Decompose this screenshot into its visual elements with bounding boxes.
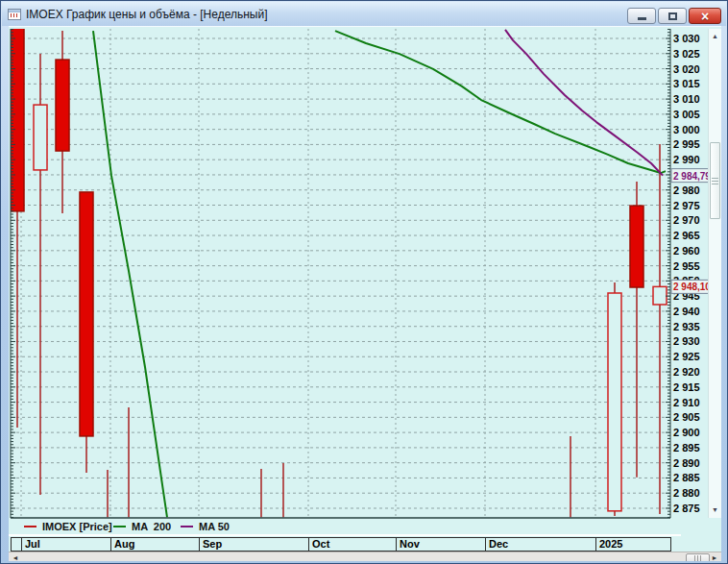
svg-text:2 935: 2 935: [673, 321, 700, 332]
legend-label: MA 200: [132, 521, 171, 532]
window-buttons: ×: [625, 8, 721, 24]
ma200-dash-icon: [113, 526, 126, 527]
month-cell: Oct: [308, 537, 397, 552]
minimize-icon: [638, 17, 646, 20]
legend-item: MA 50: [181, 519, 230, 534]
window-title: IMOEX График цены и объёма - [Недельный]: [26, 8, 268, 21]
thumb-grip-icon: [712, 177, 718, 184]
svg-text:2 900: 2 900: [673, 427, 700, 438]
svg-text:3 020: 3 020: [673, 63, 700, 75]
month-cell: Nov: [396, 537, 486, 552]
svg-text:2 905: 2 905: [673, 411, 700, 423]
svg-text:2 930: 2 930: [673, 335, 700, 347]
month-cell: Dec: [485, 537, 596, 552]
maximize-button[interactable]: [658, 8, 687, 24]
svg-text:2 915: 2 915: [673, 381, 700, 393]
date-axis-bar: JulAugSepOctNovDec2025: [9, 534, 681, 551]
ma50-dash-icon: [181, 526, 193, 527]
titlebar[interactable]: IMOEX График цены и объёма - [Недельный]…: [2, 2, 726, 26]
svg-text:2 925: 2 925: [673, 351, 700, 362]
svg-text:2 990: 2 990: [673, 154, 700, 165]
close-icon: ×: [701, 10, 709, 23]
chart-client-area: 2 8752 8802 8852 8902 8952 9002 9052 910…: [9, 26, 721, 561]
svg-text:2 895: 2 895: [673, 442, 700, 454]
month-cell: Sep: [199, 537, 309, 552]
svg-text:2 890: 2 890: [673, 457, 700, 469]
vertical-scrollbar[interactable]: ▲ ▼: [708, 29, 721, 518]
horizontal-scroll-thumb[interactable]: [686, 553, 710, 561]
svg-text:2 885: 2 885: [673, 472, 700, 483]
svg-text:2 984,79: 2 984,79: [673, 171, 711, 182]
vertical-scroll-thumb[interactable]: [710, 142, 720, 219]
svg-text:2 955: 2 955: [673, 260, 700, 272]
svg-text:2 970: 2 970: [673, 214, 700, 226]
scroll-left-icon[interactable]: ◄: [10, 552, 21, 561]
svg-text:2 948,10: 2 948,10: [673, 282, 711, 292]
minimize-button[interactable]: [627, 8, 656, 24]
svg-text:2 960: 2 960: [673, 245, 700, 257]
svg-text:3 000: 3 000: [673, 124, 700, 135]
month-cell: Aug: [110, 537, 200, 552]
svg-text:3 005: 3 005: [673, 109, 700, 120]
svg-text:2 875: 2 875: [673, 503, 700, 514]
svg-text:2 920: 2 920: [673, 366, 700, 378]
close-button[interactable]: ×: [689, 8, 721, 24]
horizontal-scrollbar[interactable]: ◄ ►: [9, 552, 721, 561]
legend-label: IMOEX [Price]: [42, 521, 112, 532]
svg-text:2 880: 2 880: [673, 487, 700, 499]
svg-text:2 940: 2 940: [673, 306, 700, 317]
svg-text:2 975: 2 975: [673, 200, 700, 211]
scroll-right-icon[interactable]: ►: [709, 552, 720, 561]
legend: IMOEX [Price] MA 200 MA 50: [9, 519, 670, 534]
svg-text:2 965: 2 965: [673, 230, 700, 241]
legend-item: MA 200: [113, 519, 171, 534]
svg-text:3 015: 3 015: [673, 78, 700, 89]
svg-text:2 910: 2 910: [673, 397, 700, 408]
scroll-down-icon[interactable]: ▼: [709, 504, 721, 516]
legend-label: MA 50: [199, 521, 230, 532]
svg-text:3 030: 3 030: [673, 33, 700, 44]
chart-window-icon: [8, 9, 21, 20]
maximize-icon: [668, 12, 677, 20]
svg-text:2 980: 2 980: [673, 184, 700, 196]
month-cell: 2025: [595, 537, 671, 552]
svg-text:2 995: 2 995: [673, 138, 700, 150]
svg-text:3 010: 3 010: [673, 93, 700, 105]
thumb-grip-icon: [694, 555, 702, 561]
month-cell: Jul: [21, 537, 111, 552]
app-window: IMOEX График цены и объёма - [Недельный]…: [0, 0, 728, 564]
price-series-dash-icon: [24, 526, 36, 527]
price-chart: 2 8752 8802 8852 8902 8952 9002 9052 910…: [9, 27, 721, 520]
scroll-up-icon[interactable]: ▲: [709, 31, 721, 42]
svg-text:3 025: 3 025: [673, 48, 700, 60]
legend-item: IMOEX [Price]: [24, 519, 112, 534]
